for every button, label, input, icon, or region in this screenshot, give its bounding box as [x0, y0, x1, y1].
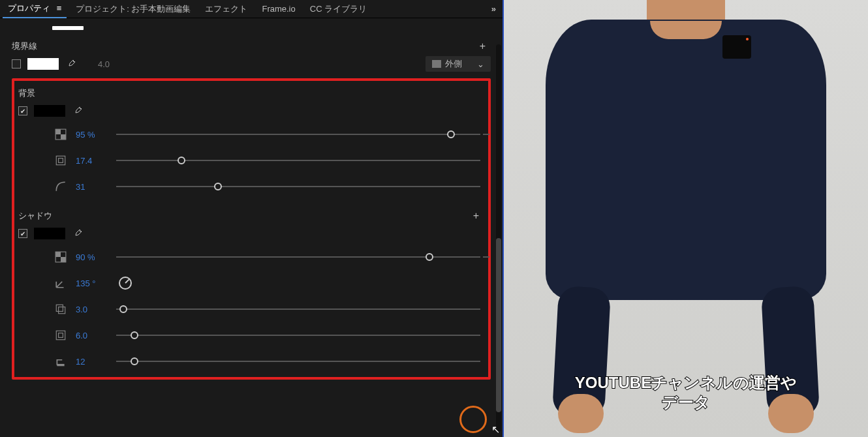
- program-monitor: YOUTUBEチャンネルの運営や データ: [503, 0, 868, 437]
- shadow-checkbox[interactable]: ✔: [18, 229, 27, 238]
- shadow-blur-slider[interactable]: [116, 361, 480, 362]
- background-checkbox[interactable]: ✔: [18, 106, 27, 115]
- caption-overlay: YOUTUBEチャンネルの運営や データ: [575, 373, 797, 412]
- panel-scrollbar[interactable]: [496, 44, 501, 432]
- svg-rect-11: [59, 333, 63, 338]
- section-border: 境界線 + 4.0 外側 ⌄: [12, 39, 491, 74]
- svg-rect-7: [61, 257, 66, 262]
- shadow-size-row: 6.0: [18, 322, 484, 348]
- svg-rect-4: [59, 158, 63, 163]
- svg-rect-2: [61, 134, 66, 140]
- add-border-button[interactable]: +: [474, 40, 491, 52]
- caption-line-2: データ: [575, 393, 797, 412]
- svg-rect-6: [55, 252, 61, 257]
- tab-properties[interactable]: プロパティ ≡: [3, 0, 67, 18]
- hamburger-icon[interactable]: ≡: [57, 3, 62, 13]
- border-row: 4.0 外側 ⌄: [12, 53, 491, 74]
- eyedropper-icon[interactable]: [72, 228, 82, 239]
- bg-opacity-slider[interactable]: [116, 134, 480, 135]
- chevron-down-icon: ⌄: [477, 59, 484, 69]
- shadow-opacity-row: 90 %: [18, 244, 484, 270]
- svg-rect-8: [56, 305, 63, 311]
- section-background: 背景 ✔ 95 %: [18, 86, 484, 200]
- bg-radius-slider[interactable]: [116, 186, 480, 187]
- svg-rect-3: [56, 156, 65, 165]
- angle-icon: [55, 277, 67, 289]
- shadow-distance-row: 3.0: [18, 296, 484, 322]
- shadow-size-slider[interactable]: [116, 335, 480, 336]
- shadow-size-value[interactable]: 6.0: [76, 331, 107, 340]
- panel-body: 境界線 + 4.0 外側 ⌄: [0, 18, 503, 437]
- opacity-icon: [55, 128, 67, 140]
- preview-subject: [529, 0, 843, 437]
- fill-swatch-preview: [52, 26, 84, 30]
- border-checkbox[interactable]: [12, 59, 21, 68]
- blur-icon: [55, 355, 67, 367]
- tab-project[interactable]: プロジェクト: お手本動画編集: [70, 1, 196, 18]
- add-shadow-button[interactable]: +: [468, 210, 484, 222]
- bg-size-value[interactable]: 17.4: [76, 156, 107, 166]
- background-color-swatch[interactable]: [34, 105, 65, 117]
- bg-radius-row: 31: [18, 173, 484, 200]
- tab-label: プロパティ: [8, 3, 50, 13]
- section-border-title: 境界線: [12, 40, 37, 52]
- section-shadow-title: シャドウ: [18, 210, 52, 222]
- svg-rect-9: [59, 307, 65, 314]
- size-icon: [55, 155, 67, 166]
- tab-frameio[interactable]: Frame.io: [256, 1, 300, 16]
- border-position-select[interactable]: 外側 ⌄: [426, 56, 491, 72]
- bg-size-row: 17.4: [18, 147, 484, 173]
- background-row: ✔: [18, 100, 484, 121]
- bg-opacity-row: 95 %: [18, 121, 484, 147]
- shadow-distance-value[interactable]: 3.0: [76, 305, 107, 314]
- lavalier-mic-icon: [722, 35, 751, 59]
- properties-panel: プロパティ ≡ プロジェクト: お手本動画編集 エフェクト Frame.io C…: [0, 0, 503, 437]
- size-icon: [55, 329, 67, 341]
- tab-cc-libraries[interactable]: CC ライブラリ: [305, 1, 372, 18]
- section-background-title: 背景: [18, 87, 35, 99]
- border-color-swatch[interactable]: [27, 58, 59, 70]
- eyedropper-icon[interactable]: [72, 106, 82, 116]
- panel-tabs: プロパティ ≡ プロジェクト: お手本動画編集 エフェクト Frame.io C…: [0, 0, 503, 18]
- svg-rect-10: [56, 331, 65, 340]
- tab-effects[interactable]: エフェクト: [200, 1, 253, 18]
- shadow-angle-value[interactable]: 135 °: [76, 279, 107, 288]
- bg-radius-value[interactable]: 31: [76, 182, 107, 192]
- shadow-row: ✔: [18, 223, 484, 244]
- border-position-label: 外側: [445, 58, 462, 70]
- section-shadow: シャドウ + ✔: [18, 209, 484, 374]
- shadow-blur-value[interactable]: 12: [76, 357, 107, 367]
- bg-opacity-value[interactable]: 95 %: [76, 130, 107, 140]
- angle-wheel[interactable]: [119, 277, 132, 290]
- svg-rect-1: [55, 129, 61, 134]
- highlight-annotation: 背景 ✔ 95 %: [12, 78, 491, 380]
- radius-icon: [55, 181, 67, 192]
- shadow-distance-slider[interactable]: [116, 309, 480, 310]
- tabs-overflow[interactable]: »: [488, 4, 500, 14]
- shadow-opacity-slider[interactable]: [116, 256, 480, 258]
- shadow-color-swatch[interactable]: [34, 228, 65, 239]
- caption-line-1: YOUTUBEチャンネルの運営や: [575, 373, 797, 393]
- bg-size-slider[interactable]: [116, 160, 480, 161]
- folder-icon: [432, 60, 441, 68]
- shadow-blur-row: 12: [18, 348, 484, 374]
- shadow-angle-row: 135 °: [18, 270, 484, 296]
- scrollbar-thumb[interactable]: [496, 238, 501, 412]
- shadow-opacity-value[interactable]: 90 %: [76, 252, 107, 262]
- eyedropper-icon[interactable]: [65, 59, 76, 69]
- distance-icon: [55, 303, 67, 315]
- preview-canvas[interactable]: YOUTUBEチャンネルの運営や データ: [504, 0, 868, 437]
- opacity-icon: [55, 251, 67, 263]
- border-width-value[interactable]: 4.0: [98, 59, 110, 69]
